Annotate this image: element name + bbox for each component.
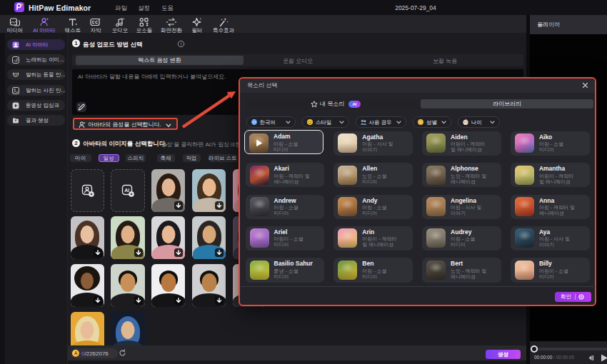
svg-text:i: i: [181, 41, 182, 46]
svg-text:AI: AI: [125, 188, 130, 193]
